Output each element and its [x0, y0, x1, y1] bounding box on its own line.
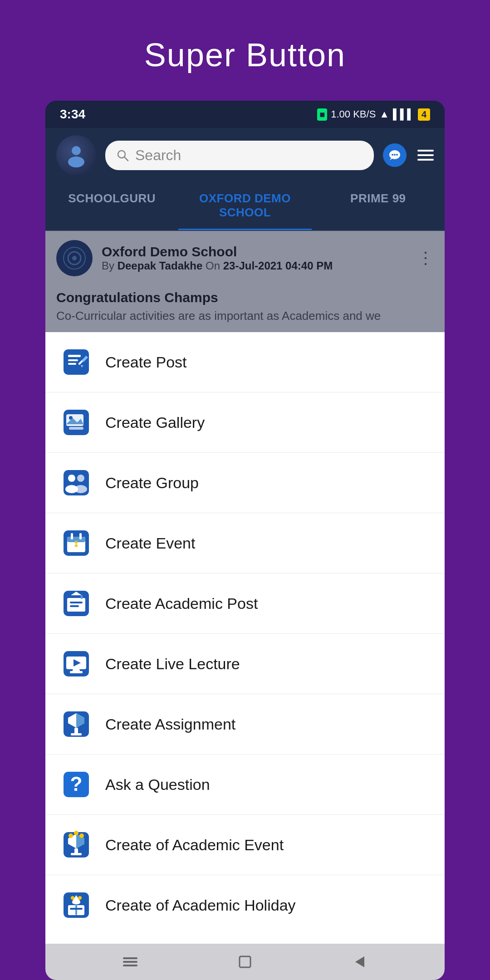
group-icon: [60, 466, 93, 499]
data-speed: 1.00 KB/S: [331, 108, 376, 120]
svg-rect-39: [70, 605, 79, 607]
question-icon: ?: [60, 768, 93, 801]
live-lecture-icon: [60, 647, 93, 680]
phone-frame: 3:34 ■ 1.00 KB/S ▲ ▌▌▌ 4: [45, 101, 445, 980]
svg-point-65: [78, 896, 82, 900]
avatar-image: [56, 135, 96, 175]
tabs: SCHOOLGURU OXFORD DEMO SCHOOL PRIME 99: [45, 182, 445, 231]
search-bar[interactable]: Search: [105, 141, 374, 170]
post-info: Oxford Demo School By Deepak Tadakhe On …: [102, 244, 408, 272]
app-icon: ■: [317, 108, 327, 121]
svg-point-11: [72, 256, 77, 260]
status-time: 3:34: [60, 107, 85, 122]
chat-icon[interactable]: [383, 143, 407, 167]
menu-item-create-group[interactable]: Create Group: [45, 453, 445, 513]
svg-point-58: [74, 831, 78, 835]
svg-point-8: [396, 154, 398, 156]
svg-point-25: [77, 475, 84, 482]
svg-rect-68: [123, 961, 137, 963]
menu-item-label-create-academic-event: Create of Academic Event: [105, 836, 284, 854]
menu-item-create-assignment[interactable]: Create Assignment: [45, 694, 445, 755]
svg-point-64: [71, 896, 74, 900]
svg-rect-69: [123, 965, 137, 966]
menu-item-label-create-live-lecture: Create Live Lecture: [105, 655, 240, 673]
svg-rect-32: [79, 533, 82, 539]
header: Search: [45, 128, 445, 182]
academic-event-icon: [60, 828, 93, 861]
menu-item-create-post[interactable]: Create Post: [45, 332, 445, 392]
menu-item-label-create-post: Create Post: [105, 353, 187, 371]
menu-item-create-academic-event[interactable]: Create of Academic Event: [45, 815, 445, 875]
svg-point-6: [392, 154, 393, 156]
tab-prime99[interactable]: PRIME 99: [312, 182, 445, 230]
menu-list: Create Post Create Gallery: [45, 332, 445, 944]
network-icon: ▲: [379, 108, 389, 120]
menu-item-ask-question[interactable]: ? Ask a Question: [45, 755, 445, 815]
post-meta: By Deepak Tadakhe On 23-Jul-2021 04:40 P…: [102, 260, 408, 272]
svg-point-7: [394, 154, 396, 156]
svg-rect-36: [67, 598, 85, 612]
svg-rect-40: [81, 595, 83, 599]
post-excerpt: Co-Curricular activities are as importan…: [56, 309, 434, 323]
menu-item-label-ask-question: Ask a Question: [105, 776, 210, 794]
assignment-icon: [60, 708, 93, 740]
svg-rect-14: [68, 359, 78, 361]
svg-point-1: [68, 157, 84, 167]
hamburger-menu-icon[interactable]: [417, 150, 434, 161]
header-icons: [383, 143, 434, 167]
svg-rect-50: [71, 733, 82, 735]
svg-rect-22: [69, 427, 83, 430]
svg-rect-60: [71, 853, 82, 855]
svg-rect-67: [123, 957, 137, 959]
nav-back-icon[interactable]: [351, 953, 369, 971]
school-avatar: [56, 240, 93, 276]
menu-item-label-create-academic-holiday: Create of Academic Holiday: [105, 897, 296, 914]
svg-point-56: [69, 833, 73, 838]
svg-rect-44: [70, 671, 83, 673]
svg-point-0: [72, 146, 81, 155]
menu-item-label-create-gallery: Create Gallery: [105, 414, 205, 431]
avatar: [56, 135, 96, 175]
menu-item-create-academic-holiday[interactable]: Create of Academic Holiday: [45, 875, 445, 935]
tab-oxford[interactable]: OXFORD DEMO SCHOOL: [178, 182, 311, 230]
battery-icon: 4: [418, 108, 430, 121]
svg-rect-38: [70, 602, 83, 603]
post-icon: [60, 346, 93, 378]
academic-holiday-icon: [60, 889, 93, 921]
post-title: Congratulations Champs: [56, 290, 434, 305]
post-school-name: Oxford Demo School: [102, 244, 408, 260]
tab-schoolguru[interactable]: SCHOOLGURU: [45, 182, 178, 230]
svg-text:?: ?: [70, 773, 83, 795]
search-icon: [116, 149, 129, 162]
post-options-icon[interactable]: ⋮: [417, 249, 434, 268]
nav-home-icon[interactable]: [236, 953, 254, 971]
svg-point-57: [79, 833, 84, 838]
menu-item-create-event[interactable]: Create Event: [45, 513, 445, 573]
post-content: Congratulations Champs Co-Curricular act…: [45, 285, 445, 332]
svg-rect-66: [70, 908, 83, 910]
status-icons: ■ 1.00 KB/S ▲ ▌▌▌ 4: [317, 108, 430, 121]
svg-rect-15: [68, 363, 76, 365]
academic-post-icon: [60, 587, 93, 620]
post-header: Oxford Demo School By Deepak Tadakhe On …: [45, 231, 445, 285]
event-icon: [60, 527, 93, 559]
menu-item-create-live-lecture[interactable]: Create Live Lecture: [45, 634, 445, 694]
svg-marker-71: [355, 956, 364, 967]
svg-point-24: [68, 475, 75, 482]
page-title: Super Button: [144, 36, 346, 74]
svg-rect-70: [240, 956, 250, 967]
post-preview: Oxford Demo School By Deepak Tadakhe On …: [45, 231, 445, 332]
svg-point-34: [75, 541, 78, 544]
search-text: Search: [135, 147, 181, 164]
menu-item-label-create-academic-post: Create Academic Post: [105, 595, 258, 612]
menu-item-label-create-group: Create Group: [105, 474, 199, 492]
menu-item-label-create-assignment: Create Assignment: [105, 715, 235, 733]
menu-item-create-academic-post[interactable]: Create Academic Post: [45, 573, 445, 634]
menu-item-label-create-event: Create Event: [105, 534, 195, 552]
menu-item-create-gallery[interactable]: Create Gallery: [45, 392, 445, 453]
svg-rect-13: [68, 355, 81, 357]
svg-rect-12: [64, 349, 89, 375]
svg-line-3: [124, 157, 128, 161]
nav-menu-icon[interactable]: [121, 953, 139, 971]
svg-point-27: [74, 485, 87, 493]
